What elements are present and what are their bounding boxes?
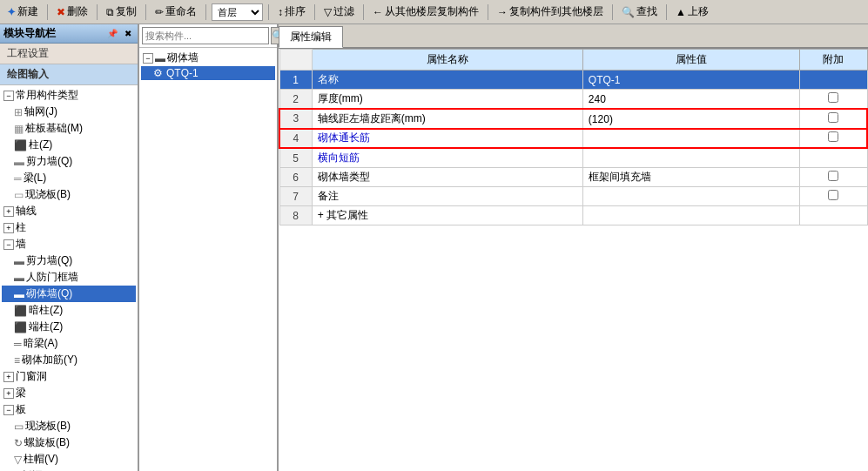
tree-item-hidden-beam[interactable]: ═ 暗梁(A) [2, 335, 136, 352]
tree-item-slab-hole[interactable]: ○ 板洞(O) [2, 468, 136, 471]
prop-row-6-checkbox[interactable] [828, 171, 838, 181]
expand-common[interactable]: − [3, 91, 14, 101]
tree-item-axis[interactable]: ⊞ 轴网(J) [2, 104, 136, 120]
tree-label-civil-defense: 人防门框墙 [26, 270, 78, 285]
expand-axisline[interactable]: + [3, 206, 14, 217]
right-panel: 属性编辑 属性名称 属性值 [279, 24, 868, 471]
prop-row-4-value[interactable] [582, 129, 799, 149]
prop-row-8[interactable]: 8 + 其它属性 [279, 206, 867, 225]
middle-panel: 🔍 − ▬ 砌体墙 ⚙ QTQ-1 [139, 24, 279, 471]
tree-item-beam[interactable]: ═ 梁(L) [2, 170, 136, 186]
expand-door-window[interactable]: + [3, 372, 14, 382]
prop-row-2-checkbox[interactable] [828, 92, 838, 103]
tree-item-column[interactable]: ⬛ 柱(Z) [2, 137, 136, 153]
prop-row-6-value[interactable]: 框架间填充墙 [582, 168, 799, 187]
prop-row-2-add[interactable] [799, 90, 867, 110]
tree-item-masonry-wall[interactable]: ▬ 砌体墙(Q) [2, 286, 136, 302]
col-header-value: 属性值 [582, 50, 799, 71]
tree-item-shear-wall[interactable]: ▬ 剪力墙(Q) [2, 153, 136, 170]
pin-button[interactable]: 📌 [104, 28, 120, 39]
slab-icon: ▭ [14, 189, 24, 201]
grid-icon: ⊞ [14, 106, 23, 118]
prop-row-5[interactable]: 5 横向短筋 [279, 148, 867, 168]
tree-label-end-col: 端柱(Z) [29, 320, 63, 334]
tree-label-axisline: 轴线 [16, 204, 37, 219]
prop-row-7[interactable]: 7 备注 [279, 187, 867, 206]
separator2 [97, 4, 98, 20]
tree-item-pile[interactable]: ▦ 桩板基础(M) [2, 120, 136, 137]
prop-row-3-add[interactable] [799, 109, 867, 129]
delete-button[interactable]: ✖ 删除 [53, 3, 91, 20]
tree-item-beam-group[interactable]: + 梁 [2, 385, 136, 401]
find-button[interactable]: 🔍 查找 [618, 3, 661, 20]
prop-row-6-add[interactable] [799, 168, 867, 187]
prop-row-3-name: 轴线距左墙皮距离(mm) [312, 109, 582, 129]
prop-row-1-value[interactable]: QTQ-1 [582, 71, 799, 90]
tree-item-slab-group[interactable]: − 板 [2, 401, 136, 418]
search-input[interactable] [142, 27, 269, 44]
left-tree[interactable]: − 常用构件类型 ⊞ 轴网(J) ▦ 桩板基础(M) ⬛ 柱(Z) ▬ 剪力 [0, 85, 138, 471]
tree-item-col-cap[interactable]: ▽ 柱帽(V) [2, 451, 136, 468]
prop-row-2[interactable]: 2 厚度(mm) 240 [279, 90, 867, 110]
tree-item-wall-group[interactable]: − 墙 [2, 236, 136, 252]
prop-row-8-num: 8 [279, 206, 312, 225]
copy-to-icon: → [497, 6, 508, 18]
prop-row-3-checkbox[interactable] [828, 112, 838, 123]
tree-item-shear-wall2[interactable]: ▬ 剪力墙(Q) [2, 252, 136, 269]
tree-item-door-window[interactable]: + 门窗洞 [2, 368, 136, 385]
prop-row-3[interactable]: 3 轴线距左墙皮距离(mm) (120) [279, 109, 867, 129]
properties-tab[interactable]: 属性编辑 [279, 26, 343, 48]
prop-row-2-value[interactable]: 240 [582, 90, 799, 110]
expand-masonry-root[interactable]: − [143, 53, 153, 64]
drawing-input-item[interactable]: 绘图输入 [0, 64, 138, 85]
prop-row-4-checkbox[interactable] [828, 131, 838, 142]
col-header-num [279, 50, 312, 71]
prop-row-1[interactable]: 1 名称 QTQ-1 [279, 71, 867, 90]
prop-row-5-num: 5 [279, 148, 312, 168]
masonry-wall-root[interactable]: − ▬ 砌体墙 [141, 50, 275, 66]
rename-button[interactable]: ✏ 重命名 [151, 3, 200, 20]
component-tree[interactable]: − ▬ 砌体墙 ⚙ QTQ-1 [139, 48, 277, 471]
new-button[interactable]: ✦ 新建 [3, 3, 42, 20]
copy-button[interactable]: ⧉ 复制 [103, 3, 140, 20]
prop-row-3-value[interactable]: (120) [582, 109, 799, 129]
copy-to-button[interactable]: → 复制构件到其他楼层 [494, 3, 607, 20]
col-header-add: 附加 [799, 50, 867, 71]
end-col-icon: ⬛ [14, 321, 27, 333]
separator4 [205, 4, 206, 20]
tree-item-civil-defense[interactable]: ▬ 人防门框墙 [2, 269, 136, 286]
separator3 [145, 4, 146, 20]
separator7 [363, 4, 364, 20]
engineering-setup-item[interactable]: 工程设置 [0, 44, 138, 64]
tree-item-col-group[interactable]: + 柱 [2, 219, 136, 236]
prop-row-8-name[interactable]: + 其它属性 [312, 206, 582, 225]
qtq1-item[interactable]: ⚙ QTQ-1 [141, 66, 275, 80]
tree-item-cast-slab2[interactable]: ▭ 现浇板(B) [2, 418, 136, 434]
tree-item-hidden-col[interactable]: ⬛ 暗柱(Z) [2, 302, 136, 319]
expand-col-group[interactable]: + [3, 223, 14, 233]
prop-row-4[interactable]: 4 砌体通长筋 [279, 129, 867, 149]
tree-item-end-col[interactable]: ⬛ 端柱(Z) [2, 319, 136, 335]
prop-row-7-add[interactable] [799, 187, 867, 206]
expand-beam-group[interactable]: + [3, 388, 14, 399]
copy-from-button[interactable]: ← 从其他楼层复制构件 [369, 3, 482, 20]
prop-row-4-add[interactable] [799, 129, 867, 149]
tree-item-masonry-rebar[interactable]: ≡ 砌体加筋(Y) [2, 352, 136, 368]
prop-row-2-name: 厚度(mm) [312, 90, 582, 110]
expand-wall-group[interactable]: − [3, 239, 14, 250]
prop-row-6[interactable]: 6 砌体墙类型 框架间填充墙 [279, 168, 867, 187]
tree-item-common[interactable]: − 常用构件类型 [2, 87, 136, 104]
floor-select[interactable]: 首层 二层 基础层 [212, 3, 263, 21]
prop-row-7-value[interactable] [582, 187, 799, 206]
tree-item-cast-slab[interactable]: ▭ 现浇板(B) [2, 186, 136, 203]
expand-slab-group[interactable]: − [3, 405, 14, 415]
sort-button[interactable]: ↕ 排序 [274, 3, 309, 20]
prop-row-7-checkbox[interactable] [828, 190, 838, 200]
filter-button[interactable]: ▽ 过滤 [320, 3, 358, 20]
up-button[interactable]: ▲ 上移 [672, 3, 712, 20]
prop-row-5-value[interactable] [582, 148, 799, 168]
tree-item-spiral-slab[interactable]: ↻ 螺旋板(B) [2, 434, 136, 451]
tree-item-axisline[interactable]: + 轴线 [2, 203, 136, 219]
close-panel-button[interactable]: ✖ [122, 28, 134, 39]
spiral-slab-icon: ↻ [14, 437, 23, 449]
